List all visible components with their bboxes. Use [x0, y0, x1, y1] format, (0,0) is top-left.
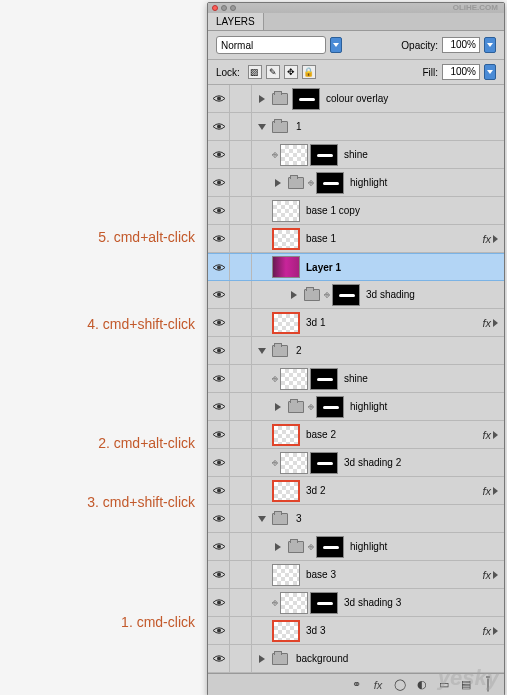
fx-badge[interactable]: fx — [482, 317, 491, 329]
disclosure-triangle-icon[interactable] — [258, 516, 266, 522]
layer-name[interactable]: Layer 1 — [306, 262, 341, 273]
layer-thumbnail[interactable] — [310, 592, 338, 614]
layer-thumbnail[interactable] — [310, 144, 338, 166]
link-cell[interactable] — [230, 141, 252, 168]
layer-thumbnail[interactable] — [280, 368, 308, 390]
link-cell[interactable] — [230, 254, 252, 280]
disclosure-triangle-icon[interactable] — [275, 179, 281, 187]
layer-row[interactable]: colour overlay — [208, 85, 504, 113]
visibility-toggle[interactable] — [208, 169, 230, 196]
layer-row[interactable]: ⎆highlight — [208, 393, 504, 421]
layer-name[interactable]: 3d 2 — [306, 485, 325, 496]
visibility-toggle[interactable] — [208, 337, 230, 364]
layer-name[interactable]: 1 — [296, 121, 302, 132]
fill-value[interactable]: 100% — [442, 64, 480, 80]
blend-mode-dropdown-icon[interactable] — [330, 37, 342, 53]
window-controls[interactable] — [212, 5, 236, 11]
layer-name[interactable]: background — [296, 653, 348, 664]
new-layer-icon[interactable]: ▤ — [458, 678, 474, 691]
disclosure-triangle-icon[interactable] — [259, 95, 265, 103]
disclosure-triangle-icon[interactable] — [258, 124, 266, 130]
layer-thumbnail[interactable] — [272, 620, 300, 642]
visibility-toggle[interactable] — [208, 309, 230, 336]
layer-thumbnail[interactable] — [272, 312, 300, 334]
link-cell[interactable] — [230, 113, 252, 140]
layer-name[interactable]: 3d shading 3 — [344, 597, 401, 608]
fx-disclosure-icon[interactable] — [493, 235, 498, 243]
link-cell[interactable] — [230, 589, 252, 616]
layer-thumbnail[interactable] — [316, 536, 344, 558]
visibility-toggle[interactable] — [208, 281, 230, 308]
lock-all-icon[interactable]: 🔒 — [302, 65, 316, 79]
fx-badge[interactable]: fx — [482, 485, 491, 497]
blend-mode-select[interactable]: Normal — [216, 36, 326, 54]
disclosure-triangle-icon[interactable] — [291, 291, 297, 299]
layer-name[interactable]: base 3 — [306, 569, 336, 580]
link-cell[interactable] — [230, 365, 252, 392]
fx-disclosure-icon[interactable] — [493, 319, 498, 327]
link-cell[interactable] — [230, 169, 252, 196]
layer-row[interactable]: ⎆3d shading 2 — [208, 449, 504, 477]
layer-row[interactable]: 3d 3fx — [208, 617, 504, 645]
layer-thumbnail[interactable] — [310, 368, 338, 390]
visibility-toggle[interactable] — [208, 393, 230, 420]
layer-row[interactable]: 1 — [208, 113, 504, 141]
layer-thumbnail[interactable] — [310, 452, 338, 474]
layer-thumbnail[interactable] — [280, 452, 308, 474]
layer-thumbnail[interactable] — [280, 592, 308, 614]
layer-name[interactable]: highlight — [350, 401, 387, 412]
visibility-toggle[interactable] — [208, 477, 230, 504]
layer-name[interactable]: 3d 3 — [306, 625, 325, 636]
visibility-toggle[interactable] — [208, 141, 230, 168]
layer-name[interactable]: 3d shading 2 — [344, 457, 401, 468]
layer-name[interactable]: base 1 copy — [306, 205, 360, 216]
layer-thumbnail[interactable] — [272, 228, 300, 250]
disclosure-triangle-icon[interactable] — [275, 403, 281, 411]
layer-thumbnail[interactable] — [272, 256, 300, 278]
link-cell[interactable] — [230, 281, 252, 308]
link-cell[interactable] — [230, 645, 252, 672]
layer-row[interactable]: ⎆shine — [208, 365, 504, 393]
fill-dropdown-icon[interactable] — [484, 64, 496, 80]
layer-thumbnail[interactable] — [316, 396, 344, 418]
panel-tabs[interactable]: LAYERS — [208, 13, 504, 31]
layer-row[interactable]: ⎆shine — [208, 141, 504, 169]
link-cell[interactable] — [230, 449, 252, 476]
layer-row[interactable]: base 3fx — [208, 561, 504, 589]
link-cell[interactable] — [230, 225, 252, 252]
panel-titlebar[interactable]: OLiHE.COM — [208, 3, 504, 13]
link-cell[interactable] — [230, 85, 252, 112]
visibility-toggle[interactable] — [208, 197, 230, 224]
fx-badge[interactable]: fx — [482, 569, 491, 581]
fx-badge[interactable]: fx — [482, 625, 491, 637]
layer-row[interactable]: 3 — [208, 505, 504, 533]
lock-transparency-icon[interactable]: ▨ — [248, 65, 262, 79]
layer-row[interactable]: 3d 2fx — [208, 477, 504, 505]
layer-thumbnail[interactable] — [272, 564, 300, 586]
layers-list[interactable]: colour overlay1⎆shine⎆highlightbase 1 co… — [208, 85, 504, 673]
layer-name[interactable]: 3 — [296, 513, 302, 524]
link-layers-icon[interactable]: ⚭ — [348, 678, 364, 691]
layer-name[interactable]: highlight — [350, 177, 387, 188]
layer-row[interactable]: ⎆highlight — [208, 533, 504, 561]
new-group-icon[interactable]: ▭ — [436, 678, 452, 691]
fx-disclosure-icon[interactable] — [493, 431, 498, 439]
disclosure-triangle-icon[interactable] — [258, 348, 266, 354]
lock-paint-icon[interactable]: ✎ — [266, 65, 280, 79]
link-cell[interactable] — [230, 505, 252, 532]
lock-icons[interactable]: ▨ ✎ ✥ 🔒 — [248, 65, 316, 79]
layer-row[interactable]: base 1fx — [208, 225, 504, 253]
link-cell[interactable] — [230, 477, 252, 504]
visibility-toggle[interactable] — [208, 421, 230, 448]
link-cell[interactable] — [230, 197, 252, 224]
opacity-dropdown-icon[interactable] — [484, 37, 496, 53]
visibility-toggle[interactable] — [208, 449, 230, 476]
visibility-toggle[interactable] — [208, 225, 230, 252]
layer-name[interactable]: colour overlay — [326, 93, 388, 104]
layer-row[interactable]: ⎆3d shading 3 — [208, 589, 504, 617]
adjustment-layer-icon[interactable]: ◐ — [414, 678, 430, 691]
layer-name[interactable]: shine — [344, 149, 368, 160]
layer-name[interactable]: 3d shading — [366, 289, 415, 300]
layer-name[interactable]: shine — [344, 373, 368, 384]
layer-name[interactable]: 3d 1 — [306, 317, 325, 328]
